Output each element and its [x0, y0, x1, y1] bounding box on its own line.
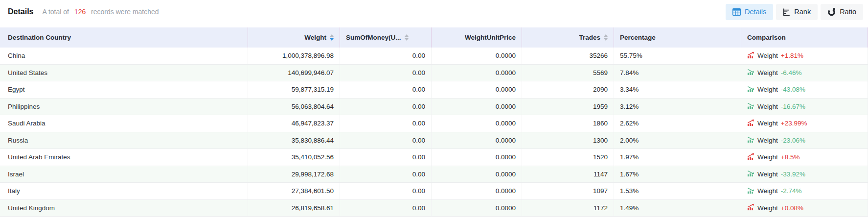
cell-weightunitprice: 0.0000 — [432, 166, 522, 183]
cell-destination-country: China — [0, 48, 248, 64]
table-row: Italy27,384,601.500.000.000010971.53%Wei… — [0, 183, 868, 200]
trend-up-chart-icon — [747, 203, 754, 212]
comparison-value: -43.08% — [781, 86, 805, 93]
comparison-metric-label: Weight — [757, 137, 778, 144]
comparison-value: +1.81% — [781, 52, 803, 59]
column-header-destination-country: Destination Country — [0, 27, 248, 48]
cell-trades: 1860 — [522, 115, 614, 132]
record-count: 126 — [74, 8, 86, 16]
column-header-trades[interactable]: Trades — [522, 27, 614, 48]
comparison-metric-label: Weight — [757, 204, 778, 212]
trend-down-chart-icon — [747, 85, 754, 94]
comparison-metric-label: Weight — [757, 120, 778, 127]
cell-sumofmoney: 0.00 — [340, 65, 432, 81]
cell-weight: 29,998,172.68 — [248, 166, 340, 183]
cell-trades: 1520 — [522, 149, 614, 166]
comparison-metric-label: Weight — [757, 187, 778, 195]
tab-rank[interactable]: Rank — [776, 4, 818, 20]
cell-destination-country: Egypt — [0, 81, 248, 98]
cell-comparison: Weight-43.08% — [741, 81, 868, 98]
column-header-comparison: Comparison — [741, 27, 868, 48]
cell-comparison: Weight-2.74% — [741, 183, 868, 199]
comparison-metric-label: Weight — [757, 153, 778, 161]
sort-caret-icon[interactable] — [604, 34, 608, 41]
cell-percentage: 1.49% — [614, 200, 741, 217]
column-header-weightunitprice: WeightUnitPrice — [432, 27, 522, 48]
cell-destination-country: Italy — [0, 183, 248, 199]
cell-percentage: 3.12% — [614, 99, 741, 115]
cell-sumofmoney: 0.00 — [340, 166, 432, 183]
cell-sumofmoney: 0.00 — [340, 149, 432, 166]
sort-caret-icon[interactable] — [330, 34, 334, 41]
table-row: Egypt59,877,315.190.000.000020903.34%Wei… — [0, 81, 868, 99]
trend-down-chart-icon — [747, 102, 754, 111]
cell-percentage: 1.67% — [614, 166, 741, 183]
cell-percentage: 55.75% — [614, 48, 741, 64]
pie-chart-icon — [827, 8, 836, 16]
tab-ratio[interactable]: Ratio — [821, 4, 863, 20]
column-label: Weight — [304, 34, 326, 41]
details-table: Destination CountryWeightSumOfMoney(U...… — [0, 27, 868, 222]
cell-sumofmoney: 0.00 — [340, 81, 432, 98]
cell-comparison: Weight-33.92% — [741, 166, 868, 183]
cell-weightunitprice: 0.0000 — [432, 48, 522, 64]
trend-down-chart-icon — [747, 187, 754, 196]
cell-percentage: 7.84% — [614, 65, 741, 81]
table-row: China1,000,378,896.980.000.00003526655.7… — [0, 48, 868, 65]
trend-up-chart-icon — [747, 51, 754, 60]
cell-percentage: 1.97% — [614, 149, 741, 166]
cell-sumofmoney: 0.00 — [340, 99, 432, 115]
cell-weight: 35,410,052.56 — [248, 149, 340, 166]
column-header-percentage: Percentage — [614, 27, 741, 48]
cell-weightunitprice: 0.0000 — [432, 149, 522, 166]
trend-down-chart-icon — [747, 170, 754, 178]
column-label: SumOfMoney(U... — [346, 34, 401, 41]
cell-comparison: Weight-6.46% — [741, 65, 868, 81]
cell-destination-country: Philippines — [0, 99, 248, 115]
column-label: Comparison — [747, 34, 786, 41]
cell-destination-country: United States — [0, 65, 248, 81]
comparison-value: +8.5% — [781, 153, 800, 161]
table-row: United Arab Emirates35,410,052.560.000.0… — [0, 149, 868, 166]
column-header-sumofmoney[interactable]: SumOfMoney(U... — [340, 27, 432, 48]
sort-caret-icon[interactable] — [405, 34, 409, 41]
cell-weightunitprice: 0.0000 — [432, 81, 522, 98]
cell-destination-country: Israel — [0, 166, 248, 183]
comparison-value: -2.74% — [781, 187, 802, 195]
cell-comparison: Weight-23.06% — [741, 132, 868, 149]
cell-comparison: Weight+23.99% — [741, 115, 868, 132]
table-row: Israel29,998,172.680.000.000011471.67%We… — [0, 166, 868, 183]
cell-sumofmoney: 0.00 — [340, 183, 432, 199]
rank-bars-icon — [783, 8, 790, 16]
clipped-next-row — [0, 217, 868, 222]
cell-trades: 1097 — [522, 183, 614, 199]
cell-percentage: 3.34% — [614, 81, 741, 98]
cell-weight: 26,819,658.61 — [248, 200, 340, 217]
cell-percentage: 1.53% — [614, 183, 741, 199]
cell-sumofmoney: 0.00 — [340, 115, 432, 132]
cell-trades: 5569 — [522, 65, 614, 81]
view-switch: Details Rank Ratio — [726, 4, 863, 20]
page-title: Details — [8, 7, 33, 16]
trend-up-chart-icon — [747, 119, 754, 128]
comparison-value: +0.08% — [781, 204, 803, 212]
cell-comparison: Weight+8.5% — [741, 149, 868, 166]
cell-weightunitprice: 0.0000 — [432, 200, 522, 217]
cell-percentage: 2.62% — [614, 115, 741, 132]
cell-weightunitprice: 0.0000 — [432, 132, 522, 149]
table-row: Philippines56,063,804.640.000.000019593.… — [0, 99, 868, 116]
tab-details[interactable]: Details — [726, 4, 773, 20]
column-label: Destination Country — [8, 34, 71, 41]
comparison-metric-label: Weight — [757, 69, 778, 76]
table-grid-icon — [732, 8, 741, 16]
table-body: China1,000,378,896.980.000.00003526655.7… — [0, 48, 868, 217]
cell-percentage: 2.00% — [614, 132, 741, 149]
cell-weight: 35,830,886.44 — [248, 132, 340, 149]
tab-rank-label: Rank — [794, 8, 811, 16]
cell-comparison: Weight+0.08% — [741, 200, 868, 217]
summary-prefix: A total of — [42, 8, 69, 16]
table-row: Russia35,830,886.440.000.000013002.00%We… — [0, 132, 868, 149]
column-header-weight[interactable]: Weight — [248, 27, 340, 48]
comparison-metric-label: Weight — [757, 103, 778, 110]
table-row: Saudi Arabia46,947,823.370.000.000018602… — [0, 115, 868, 132]
